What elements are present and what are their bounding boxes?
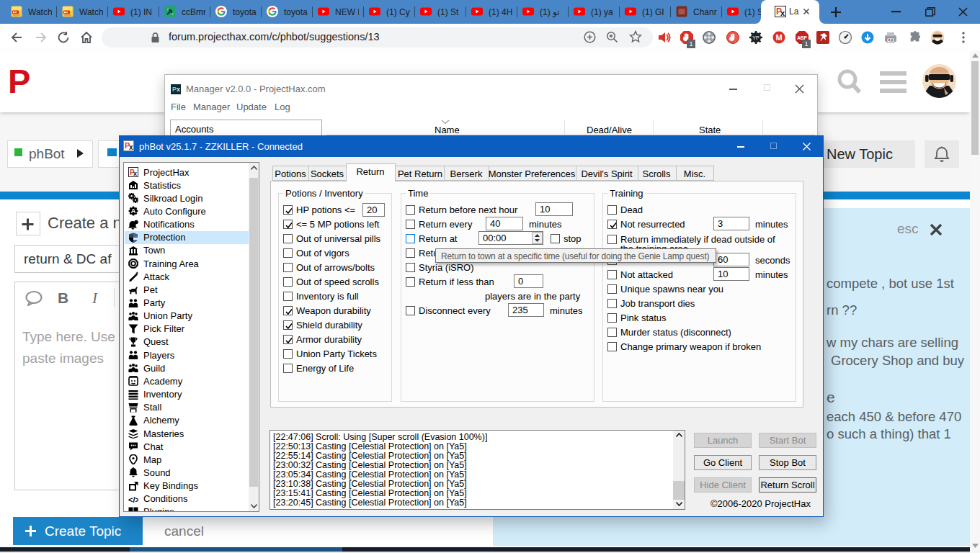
svg-text:x: x (133, 170, 137, 177)
svg-text:A: A (131, 208, 136, 215)
svg-text:M: M (775, 33, 782, 42)
svg-text:</>: </> (128, 495, 138, 503)
svg-text:YP: YP (752, 35, 760, 40)
